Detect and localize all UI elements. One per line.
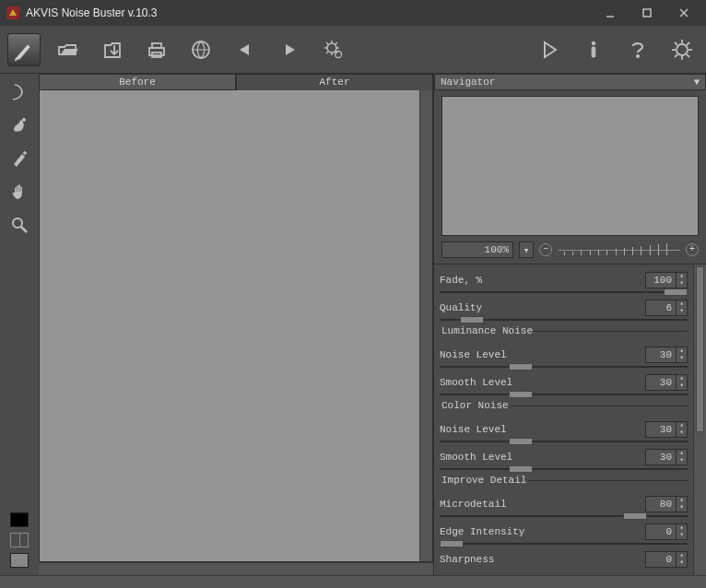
quality-value[interactable]: 6 <box>645 300 677 316</box>
params-scrollbar[interactable] <box>693 265 706 575</box>
edge-spinner[interactable]: 0 ▴▾ <box>645 523 688 540</box>
publish-button[interactable] <box>184 33 218 66</box>
preferences-button[interactable] <box>665 33 699 66</box>
redo-button[interactable] <box>273 33 306 66</box>
luminance-group-title: Luminance Noise <box>440 331 688 343</box>
maximize-button[interactable] <box>629 2 665 24</box>
edge-label: Edge Intensity <box>440 526 645 537</box>
improve-group-title: Improve Detail <box>440 480 688 492</box>
zoom-out-button[interactable]: − <box>539 243 552 256</box>
svg-line-14 <box>326 42 328 44</box>
svg-rect-6 <box>152 43 161 48</box>
quality-slider[interactable] <box>440 316 688 323</box>
col-smooth-spinner[interactable]: 30 ▴▾ <box>645 449 688 465</box>
status-bar <box>0 575 706 588</box>
save-button[interactable] <box>96 33 129 66</box>
lum-smooth-spinner[interactable]: 30 ▴▾ <box>645 374 688 391</box>
fade-down[interactable]: ▾ <box>677 280 687 288</box>
lum-smooth-value[interactable]: 30 <box>645 374 677 391</box>
svg-point-21 <box>636 54 639 57</box>
svg-point-18 <box>335 51 342 57</box>
svg-line-28 <box>687 54 689 57</box>
sharp-label: Sharpness <box>440 554 645 565</box>
compare-toggle[interactable] <box>10 533 29 547</box>
batch-button[interactable] <box>317 33 350 66</box>
zoom-dropdown[interactable]: ▾ <box>519 241 534 258</box>
print-button[interactable] <box>140 33 173 66</box>
preview-area-tool[interactable] <box>6 79 32 105</box>
fade-slider[interactable] <box>440 288 688 296</box>
lum-smooth-slider[interactable] <box>440 391 688 398</box>
navigator-title: Navigator <box>441 76 495 88</box>
lum-noise-label: Noise Level <box>440 349 645 360</box>
microdetail-label: Microdetail <box>440 499 645 510</box>
col-noise-slider[interactable] <box>440 438 688 445</box>
minimize-button[interactable] <box>592 2 629 24</box>
smudge-tool[interactable] <box>6 112 32 138</box>
color-group-title: Color Noise <box>440 406 688 417</box>
svg-point-22 <box>677 44 688 55</box>
undo-button[interactable] <box>229 33 262 66</box>
svg-rect-2 <box>643 9 651 17</box>
svg-line-29 <box>687 42 689 45</box>
fade-value[interactable]: 100 <box>645 272 677 288</box>
col-noise-label: Noise Level <box>440 424 645 435</box>
svg-point-34 <box>13 218 22 228</box>
edge-slider[interactable] <box>440 540 688 547</box>
svg-line-27 <box>675 42 677 45</box>
zoom-value[interactable]: 100% <box>441 241 513 258</box>
svg-point-19 <box>592 41 595 45</box>
quick-preview-button[interactable] <box>7 33 41 66</box>
svg-point-31 <box>22 118 26 122</box>
quality-label: Quality <box>440 302 645 313</box>
tab-after[interactable]: After <box>236 74 433 90</box>
preview-canvas[interactable] <box>39 90 433 562</box>
titlebar: AKVIS Noise Buster v.10.3 <box>0 0 706 26</box>
sharp-value[interactable]: 0 <box>645 551 677 568</box>
svg-line-16 <box>335 42 337 44</box>
microdetail-slider[interactable] <box>440 512 688 520</box>
canvas-vertical-scrollbar[interactable] <box>419 90 432 561</box>
col-smooth-value[interactable]: 30 <box>645 449 677 465</box>
fade-label: Fade, % <box>440 275 645 286</box>
navigator-header: Navigator ▼ <box>434 74 706 90</box>
zoom-slider[interactable] <box>558 242 680 257</box>
history-brush-tool[interactable] <box>6 146 32 171</box>
zoom-in-button[interactable]: + <box>686 243 699 256</box>
col-smooth-slider[interactable] <box>440 465 688 473</box>
lum-noise-slider[interactable] <box>440 363 688 370</box>
svg-point-9 <box>327 43 336 53</box>
fade-spinner[interactable]: 100 ▴▾ <box>645 272 688 288</box>
navigator-preview[interactable] <box>441 96 699 236</box>
col-smooth-label: Smooth Level <box>440 452 645 463</box>
open-button[interactable] <box>52 33 85 66</box>
run-button[interactable] <box>533 33 566 66</box>
help-button[interactable] <box>621 33 654 66</box>
close-button[interactable] <box>665 2 702 24</box>
svg-line-30 <box>675 54 677 57</box>
quality-down[interactable]: ▾ <box>677 308 687 315</box>
microdetail-spinner[interactable]: 80 ▴▾ <box>645 496 688 512</box>
svg-line-17 <box>326 52 328 53</box>
col-noise-value[interactable]: 30 <box>645 421 677 438</box>
canvas-horizontal-scrollbar[interactable] <box>39 562 433 575</box>
zoom-tool[interactable] <box>6 212 32 238</box>
hand-tool[interactable] <box>6 179 32 205</box>
lum-noise-spinner[interactable]: 30 ▴▾ <box>645 347 688 363</box>
color-swatch-background[interactable] <box>10 553 29 568</box>
sharp-spinner[interactable]: 0 ▴▾ <box>645 551 688 568</box>
col-noise-spinner[interactable]: 30 ▴▾ <box>645 421 688 438</box>
quality-spinner[interactable]: 6 ▴▾ <box>645 300 688 316</box>
navigator-collapse-icon[interactable]: ▼ <box>694 77 700 88</box>
app-title: AKVIS Noise Buster v.10.3 <box>26 6 592 19</box>
lum-noise-value[interactable]: 30 <box>645 347 677 363</box>
color-swatch-foreground[interactable] <box>10 512 29 527</box>
tab-before[interactable]: Before <box>39 74 236 90</box>
svg-line-35 <box>21 227 27 232</box>
vertical-toolstrip <box>0 74 39 575</box>
info-button[interactable] <box>577 33 610 66</box>
edge-value[interactable]: 0 <box>645 523 677 540</box>
main-toolbar <box>0 26 706 74</box>
app-icon <box>6 6 20 20</box>
microdetail-value[interactable]: 80 <box>645 496 677 512</box>
